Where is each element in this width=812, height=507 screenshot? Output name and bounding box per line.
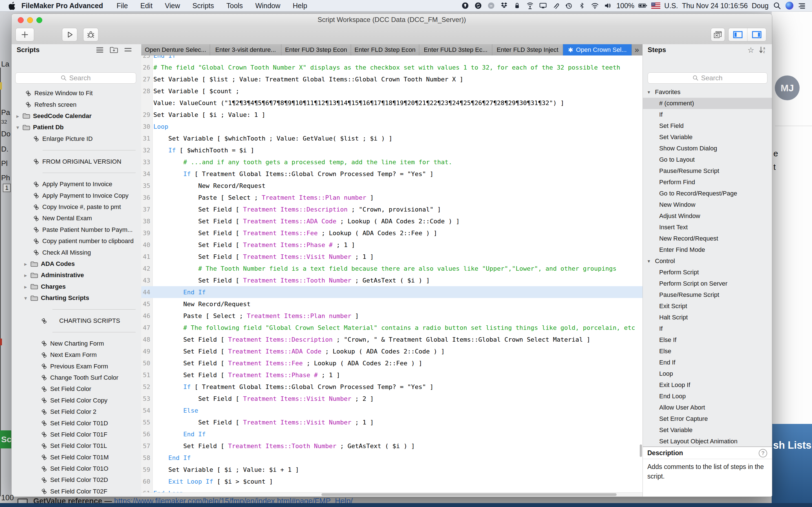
code-line[interactable]: 48Set Field [ Treatment Items::Descripti… bbox=[141, 334, 643, 345]
code-line[interactable]: 47# The following field "Global Crown Se… bbox=[141, 322, 643, 334]
step-item-end-if[interactable]: End If bbox=[643, 357, 772, 368]
window-title-bar[interactable]: Script Workspace (DCC Data (DCC_FM_Serve… bbox=[11, 14, 772, 26]
sidebar-script-check-all-missing[interactable]: Check All Missing bbox=[11, 247, 141, 258]
disclosure-closed-icon[interactable]: ▸ bbox=[16, 113, 22, 119]
code-line[interactable]: 31Set Variable [ $whichTooth ; Value: Ge… bbox=[141, 132, 643, 144]
code-line[interactable]: 25End If bbox=[141, 55, 643, 61]
menu-view[interactable]: View bbox=[165, 2, 180, 10]
sidebar-script-set-field-color-t02d[interactable]: Set Field Color T02D bbox=[11, 474, 141, 486]
sidebar-script-paste-patient-number-to-paym-[interactable]: Paste Patient Number to Paym... bbox=[11, 224, 141, 235]
disclosure-closed-icon[interactable]: ▸ bbox=[24, 261, 31, 267]
sidebar-script-previous-exam-form[interactable]: Previous Exam Form bbox=[11, 360, 141, 372]
step-item-set-variable[interactable]: Set Variable bbox=[643, 131, 772, 143]
code-line[interactable]: 52If [ Treatment Global Items::Global Cr… bbox=[141, 381, 643, 393]
creative-cloud-icon[interactable]: ∞ bbox=[487, 1, 496, 10]
minimize-window-button[interactable] bbox=[27, 17, 33, 23]
hotspot-icon[interactable] bbox=[525, 1, 535, 10]
sidebar-script-set-field-color-t01d[interactable]: Set Field Color T01D bbox=[11, 417, 141, 429]
zoom-window-button[interactable] bbox=[36, 17, 42, 23]
tab-overflow-chevron[interactable]: » bbox=[632, 44, 642, 55]
step-item-enter-find-mode[interactable]: Enter Find Mode bbox=[643, 244, 772, 256]
code-line[interactable]: 28Set Variable [ $count ; bbox=[141, 85, 643, 97]
menu-scripts[interactable]: Scripts bbox=[193, 2, 214, 10]
code-line[interactable]: 44End If bbox=[141, 286, 643, 298]
steps-search-input[interactable]: Search bbox=[648, 72, 767, 83]
disclosure-open-icon[interactable]: ▾ bbox=[648, 258, 655, 264]
step-item-new-window[interactable]: New Window bbox=[643, 199, 772, 210]
run-script-button[interactable] bbox=[62, 28, 77, 41]
display-mirroring-icon[interactable] bbox=[539, 1, 548, 10]
spotlight-search-icon[interactable] bbox=[772, 1, 781, 10]
step-item-set-error-capture[interactable]: Set Error Capture bbox=[643, 413, 772, 425]
time-machine-icon[interactable] bbox=[564, 1, 573, 10]
apple-menu-icon[interactable] bbox=[8, 1, 17, 10]
editor-vscroll-thumb[interactable] bbox=[640, 445, 642, 457]
step-item--comment-[interactable]: # (comment) bbox=[643, 98, 772, 109]
sidebar-script-enlarge-picture-id[interactable]: Enlarge Picture ID bbox=[11, 133, 141, 145]
code-line[interactable]: 26# The field "Global Crown Tooth Number… bbox=[141, 61, 643, 73]
step-item-show-custom-dialog[interactable]: Show Custom Dialog bbox=[643, 143, 772, 154]
code-line[interactable]: 56End If bbox=[141, 428, 643, 440]
sidebar-script-set-field-color[interactable]: Set Field Color bbox=[11, 383, 141, 395]
script-tab[interactable]: Enter FULD 3step Ec... bbox=[419, 44, 492, 55]
sidebar-script-set-field-color-2[interactable]: Set Field Color 2 bbox=[11, 406, 141, 417]
code-line[interactable]: 51Set Field [ Treatment Items::Phase # ;… bbox=[141, 369, 643, 381]
sidebar-folder-administrative[interactable]: ▸Administrative bbox=[11, 270, 141, 281]
code-line[interactable]: 35New Record/Request bbox=[141, 180, 643, 191]
input-source-label[interactable]: U.S. bbox=[664, 2, 678, 10]
code-line[interactable]: 55Set Field [ Treatment Items::Visit Num… bbox=[141, 416, 643, 428]
sidebar-folder-charting-scripts[interactable]: ▾Charting Scripts bbox=[11, 292, 141, 304]
code-line[interactable]: 54Else bbox=[141, 404, 643, 416]
sidebar-script-from-original-version[interactable]: FROM ORIGINAL VERSION bbox=[11, 156, 141, 167]
sidebar-script-copy-patient-number-to-clipboard[interactable]: Copy patient number to clipboard bbox=[11, 235, 141, 247]
toggle-right-pane-button[interactable] bbox=[747, 28, 766, 41]
menu-window[interactable]: Window bbox=[255, 2, 280, 10]
disclosure-open-icon[interactable]: ▾ bbox=[16, 124, 22, 130]
disclosure-closed-icon[interactable]: ▸ bbox=[24, 272, 31, 278]
step-item-exit-script[interactable]: Exit Script bbox=[643, 300, 772, 312]
code-line[interactable]: 41Set Field [ Treatment Items::Visit Num… bbox=[141, 251, 643, 263]
sidebar-folder-ada-codes[interactable]: ▸ADA Codes bbox=[11, 258, 141, 270]
script-tab[interactable]: Enter FLD 3step Econ bbox=[351, 44, 419, 55]
step-item-loop[interactable]: Loop bbox=[643, 368, 772, 379]
new-folder-icon[interactable] bbox=[109, 46, 118, 54]
code-line[interactable]: 37Set Field [ Treatment Items::Descripti… bbox=[141, 203, 643, 215]
step-item-exit-loop-if[interactable]: Exit Loop If bbox=[643, 379, 772, 391]
sidebar-folder-charges[interactable]: ▸Charges bbox=[11, 281, 141, 292]
sidebar-script-set-field-color-t01l[interactable]: Set Field Color T01L bbox=[11, 440, 141, 452]
sidebar-script-charting-scripts[interactable]: CHARTING SCRIPTS bbox=[11, 315, 141, 327]
active-app-name[interactable]: FileMaker Pro Advanced bbox=[21, 2, 103, 10]
code-line[interactable]: 50Set Field [ Treatment Items::Fee ; Loo… bbox=[141, 357, 643, 369]
disclosure-closed-icon[interactable]: ▸ bbox=[24, 284, 31, 290]
script-tab[interactable]: Enter FUD 3step Econ bbox=[282, 44, 351, 55]
code-line[interactable]: 42# The Tooth Number field is a text fie… bbox=[141, 263, 643, 274]
script-tab[interactable]: Enter 3-visit denture... bbox=[210, 44, 282, 55]
dropbox-icon[interactable] bbox=[500, 1, 509, 10]
code-line[interactable]: 58End If bbox=[141, 452, 643, 464]
menu-edit[interactable]: Edit bbox=[140, 2, 153, 10]
siri-icon[interactable] bbox=[785, 2, 794, 10]
step-item-allow-user-abort[interactable]: Allow User Abort bbox=[643, 402, 772, 413]
sidebar-script-set-field-color-copy[interactable]: Set Field Color Copy bbox=[11, 395, 141, 406]
code-line[interactable]: 60Exit Loop If [ $i > $count ] bbox=[141, 475, 643, 487]
code-line[interactable]: 38Set Field [ Treatment Items::ADA Code … bbox=[141, 215, 643, 227]
code-line[interactable]: 53Set Field [ Treatment Items::Visit Num… bbox=[141, 393, 643, 404]
onepassword-icon[interactable] bbox=[461, 1, 470, 10]
code-line[interactable]: Value: ValueCount ("1¶2¶3¶4¶5¶6¶7¶8¶9¶10… bbox=[141, 97, 643, 109]
sidebar-script-set-field-color-t01m[interactable]: Set Field Color T01M bbox=[11, 452, 141, 463]
lock-icon[interactable] bbox=[513, 1, 522, 10]
sidebar-script-change-tooth-surf-color[interactable]: Change Tooth Surf Color bbox=[11, 372, 141, 383]
code-line[interactable]: 57Set Field [ Treatment Items::Tooth Num… bbox=[141, 440, 643, 452]
step-item-go-to-layout[interactable]: Go to Layout bbox=[643, 154, 772, 165]
sidebar-script-new-charting-form[interactable]: New Charting Form bbox=[11, 338, 141, 349]
menu-bar-clock[interactable]: Thu Nov 24 10:16:56 bbox=[682, 2, 748, 10]
menu-tools[interactable]: Tools bbox=[226, 2, 243, 10]
input-source-flag-icon[interactable] bbox=[651, 1, 660, 10]
debug-script-button[interactable] bbox=[83, 28, 98, 41]
code-line[interactable]: 49Set Field [ Treatment Items::ADA Code … bbox=[141, 345, 643, 357]
step-item-adjust-window[interactable]: Adjust Window bbox=[643, 210, 772, 222]
step-item-else-if[interactable]: Else If bbox=[643, 334, 772, 346]
code-line[interactable]: 32If [ $whichTooth = $i ] bbox=[141, 144, 643, 156]
sidebar-script-set-field-color-t01o[interactable]: Set Field Color T01O bbox=[11, 463, 141, 474]
compact-list-icon[interactable] bbox=[123, 46, 133, 54]
